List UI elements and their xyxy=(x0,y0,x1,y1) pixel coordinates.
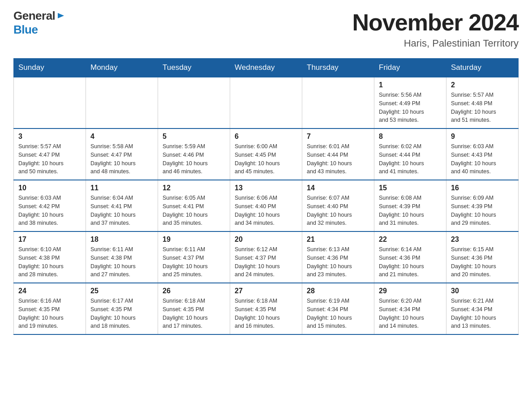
calendar-cell: 26Sunrise: 6:18 AMSunset: 4:35 PMDayligh… xyxy=(158,283,230,334)
calendar-cell: 1Sunrise: 5:56 AMSunset: 4:49 PMDaylight… xyxy=(374,77,446,128)
month-title: November 2024 xyxy=(352,9,519,36)
calendar-cell: 24Sunrise: 6:16 AMSunset: 4:35 PMDayligh… xyxy=(14,283,86,334)
calendar-cell: 22Sunrise: 6:14 AMSunset: 4:36 PMDayligh… xyxy=(374,231,446,283)
day-info: Sunrise: 6:21 AMSunset: 4:34 PMDaylight:… xyxy=(451,297,514,330)
header-thursday: Thursday xyxy=(302,59,374,77)
calendar-header-row: Sunday Monday Tuesday Wednesday Thursday… xyxy=(14,59,519,77)
day-number: 13 xyxy=(235,184,297,192)
day-number: 3 xyxy=(18,133,81,141)
day-info: Sunrise: 5:58 AMSunset: 4:47 PMDaylight:… xyxy=(90,142,153,176)
calendar-cell: 14Sunrise: 6:07 AMSunset: 4:40 PMDayligh… xyxy=(302,180,374,231)
title-section: November 2024 Haris, Palestinian Territo… xyxy=(352,9,519,49)
day-info: Sunrise: 6:12 AMSunset: 4:37 PMDaylight:… xyxy=(235,245,297,279)
calendar-cell: 29Sunrise: 6:20 AMSunset: 4:34 PMDayligh… xyxy=(374,283,446,334)
calendar-cell xyxy=(158,77,230,128)
day-info: Sunrise: 6:08 AMSunset: 4:39 PMDaylight:… xyxy=(379,194,442,227)
calendar-cell xyxy=(302,77,374,128)
calendar-week-row: 17Sunrise: 6:10 AMSunset: 4:38 PMDayligh… xyxy=(14,231,519,283)
calendar-cell: 3Sunrise: 5:57 AMSunset: 4:47 PMDaylight… xyxy=(14,128,86,180)
day-number: 12 xyxy=(163,184,225,192)
day-number: 14 xyxy=(307,184,369,192)
calendar-cell: 6Sunrise: 6:00 AMSunset: 4:45 PMDaylight… xyxy=(230,128,302,180)
calendar-cell: 13Sunrise: 6:06 AMSunset: 4:40 PMDayligh… xyxy=(230,180,302,231)
calendar-cell: 2Sunrise: 5:57 AMSunset: 4:48 PMDaylight… xyxy=(446,77,519,128)
day-number: 16 xyxy=(451,184,514,192)
day-info: Sunrise: 6:18 AMSunset: 4:35 PMDaylight:… xyxy=(163,297,225,330)
header-friday: Friday xyxy=(374,59,446,77)
day-number: 21 xyxy=(307,235,369,244)
header-saturday: Saturday xyxy=(446,59,519,77)
day-info: Sunrise: 6:04 AMSunset: 4:41 PMDaylight:… xyxy=(90,194,153,227)
day-number: 8 xyxy=(379,133,442,141)
logo-blue-text: Blue xyxy=(13,23,38,37)
calendar-cell xyxy=(230,77,302,128)
calendar-cell: 5Sunrise: 5:59 AMSunset: 4:46 PMDaylight… xyxy=(158,128,230,180)
day-number: 27 xyxy=(235,287,297,295)
day-number: 9 xyxy=(451,133,514,141)
day-number: 7 xyxy=(307,133,369,141)
day-info: Sunrise: 6:11 AMSunset: 4:37 PMDaylight:… xyxy=(163,245,225,279)
day-info: Sunrise: 6:13 AMSunset: 4:36 PMDaylight:… xyxy=(307,245,369,279)
day-number: 6 xyxy=(235,133,297,141)
day-info: Sunrise: 6:19 AMSunset: 4:34 PMDaylight:… xyxy=(307,297,369,330)
day-number: 20 xyxy=(235,235,297,244)
day-info: Sunrise: 6:17 AMSunset: 4:35 PMDaylight:… xyxy=(90,297,153,330)
day-number: 10 xyxy=(18,184,81,192)
day-info: Sunrise: 6:03 AMSunset: 4:42 PMDaylight:… xyxy=(18,194,81,227)
calendar-cell: 7Sunrise: 6:01 AMSunset: 4:44 PMDaylight… xyxy=(302,128,374,180)
day-info: Sunrise: 5:57 AMSunset: 4:47 PMDaylight:… xyxy=(18,142,81,176)
calendar-week-row: 1Sunrise: 5:56 AMSunset: 4:49 PMDaylight… xyxy=(14,77,519,128)
logo: General Blue xyxy=(13,9,64,37)
day-info: Sunrise: 6:07 AMSunset: 4:40 PMDaylight:… xyxy=(307,194,369,227)
day-info: Sunrise: 6:03 AMSunset: 4:43 PMDaylight:… xyxy=(451,142,514,176)
day-info: Sunrise: 6:02 AMSunset: 4:44 PMDaylight:… xyxy=(379,142,442,176)
day-number: 1 xyxy=(379,81,442,89)
day-info: Sunrise: 5:59 AMSunset: 4:46 PMDaylight:… xyxy=(163,142,225,176)
calendar-week-row: 3Sunrise: 5:57 AMSunset: 4:47 PMDaylight… xyxy=(14,128,519,180)
day-number: 30 xyxy=(451,287,514,295)
day-number: 24 xyxy=(18,287,81,295)
day-number: 5 xyxy=(163,133,225,141)
day-number: 11 xyxy=(90,184,153,192)
day-info: Sunrise: 6:00 AMSunset: 4:45 PMDaylight:… xyxy=(235,142,297,176)
calendar-cell: 23Sunrise: 6:15 AMSunset: 4:36 PMDayligh… xyxy=(446,231,519,283)
day-number: 29 xyxy=(379,287,442,295)
header-sunday: Sunday xyxy=(14,59,86,77)
day-number: 4 xyxy=(90,133,153,141)
day-info: Sunrise: 6:06 AMSunset: 4:40 PMDaylight:… xyxy=(235,194,297,227)
calendar-cell: 19Sunrise: 6:11 AMSunset: 4:37 PMDayligh… xyxy=(158,231,230,283)
day-info: Sunrise: 6:09 AMSunset: 4:39 PMDaylight:… xyxy=(451,194,514,227)
calendar-cell: 25Sunrise: 6:17 AMSunset: 4:35 PMDayligh… xyxy=(86,283,158,334)
day-info: Sunrise: 6:15 AMSunset: 4:36 PMDaylight:… xyxy=(451,245,514,279)
logo-general-text: General xyxy=(13,9,55,23)
day-number: 25 xyxy=(90,287,153,295)
calendar-cell: 27Sunrise: 6:18 AMSunset: 4:35 PMDayligh… xyxy=(230,283,302,334)
day-number: 2 xyxy=(451,81,514,89)
location-title: Haris, Palestinian Territory xyxy=(352,38,519,49)
calendar-cell: 17Sunrise: 6:10 AMSunset: 4:38 PMDayligh… xyxy=(14,231,86,283)
calendar-cell: 4Sunrise: 5:58 AMSunset: 4:47 PMDaylight… xyxy=(86,128,158,180)
calendar-cell xyxy=(86,77,158,128)
day-info: Sunrise: 6:01 AMSunset: 4:44 PMDaylight:… xyxy=(307,142,369,176)
day-number: 23 xyxy=(451,235,514,244)
day-info: Sunrise: 6:11 AMSunset: 4:38 PMDaylight:… xyxy=(90,245,153,279)
day-info: Sunrise: 6:05 AMSunset: 4:41 PMDaylight:… xyxy=(163,194,225,227)
day-info: Sunrise: 5:57 AMSunset: 4:48 PMDaylight:… xyxy=(451,91,514,124)
day-number: 18 xyxy=(90,235,153,244)
day-number: 17 xyxy=(18,235,81,244)
calendar-week-row: 10Sunrise: 6:03 AMSunset: 4:42 PMDayligh… xyxy=(14,180,519,231)
header-tuesday: Tuesday xyxy=(158,59,230,77)
day-number: 19 xyxy=(163,235,225,244)
day-number: 22 xyxy=(379,235,442,244)
day-number: 28 xyxy=(307,287,369,295)
day-info: Sunrise: 6:16 AMSunset: 4:35 PMDaylight:… xyxy=(18,297,81,330)
calendar-cell: 20Sunrise: 6:12 AMSunset: 4:37 PMDayligh… xyxy=(230,231,302,283)
calendar-cell: 21Sunrise: 6:13 AMSunset: 4:36 PMDayligh… xyxy=(302,231,374,283)
calendar-week-row: 24Sunrise: 6:16 AMSunset: 4:35 PMDayligh… xyxy=(14,283,519,334)
calendar-cell: 30Sunrise: 6:21 AMSunset: 4:34 PMDayligh… xyxy=(446,283,519,334)
day-info: Sunrise: 5:56 AMSunset: 4:49 PMDaylight:… xyxy=(379,91,442,124)
calendar-cell: 8Sunrise: 6:02 AMSunset: 4:44 PMDaylight… xyxy=(374,128,446,180)
day-info: Sunrise: 6:18 AMSunset: 4:35 PMDaylight:… xyxy=(235,297,297,330)
calendar-cell: 12Sunrise: 6:05 AMSunset: 4:41 PMDayligh… xyxy=(158,180,230,231)
day-number: 15 xyxy=(379,184,442,192)
